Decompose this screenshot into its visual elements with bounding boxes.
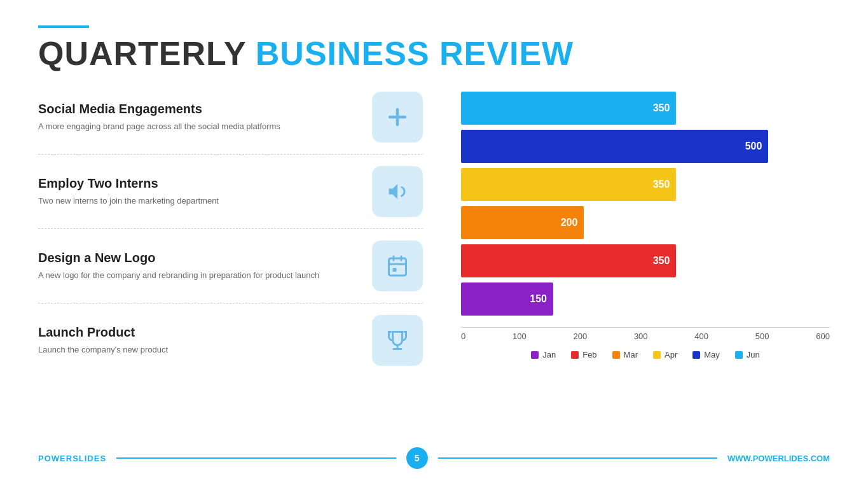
title-business-review: BUSINESS REVIEW: [256, 34, 574, 73]
footer-brand-part2: SLIDES: [72, 454, 106, 463]
svg-rect-1: [393, 268, 397, 272]
bar-row: 350: [461, 92, 830, 125]
item-desc: A more engaging brand page across all th…: [38, 120, 359, 133]
item-text: Employ Two Interns Two new interns to jo…: [38, 176, 359, 207]
bar-row: 500: [461, 130, 830, 163]
bar: 350: [461, 244, 676, 277]
legend-item: Jun: [735, 350, 760, 359]
footer-line-right: [438, 457, 717, 459]
legend-month-label: Feb: [582, 350, 596, 359]
item-text: Design a New Logo A new logo for the com…: [38, 251, 359, 282]
legend-color-dot: [692, 351, 700, 359]
bar-row: 200: [461, 206, 830, 239]
footer-line-left: [116, 457, 396, 459]
left-panel: Social Media Engagements A more engaging…: [38, 92, 423, 432]
item-desc: A new logo for the company and rebrandin…: [38, 269, 359, 282]
bar-value-label: 200: [561, 217, 578, 228]
x-tick: 200: [573, 331, 587, 341]
legend-item: Mar: [612, 350, 638, 359]
legend-color-dot: [612, 351, 620, 359]
footer-brand: POWERSLIDES: [38, 454, 106, 463]
footer-page-number: 5: [406, 447, 428, 469]
legend-month-label: May: [704, 350, 720, 359]
plus-icon: [386, 106, 409, 129]
chart-area: 350500350200350150 0100200300400500600 J…: [461, 92, 830, 359]
item-desc: Launch the company's new product: [38, 344, 359, 356]
main-content: Social Media Engagements A more engaging…: [38, 92, 830, 432]
legend-item: Feb: [571, 350, 596, 359]
svg-rect-0: [389, 258, 406, 275]
legend-color-dot: [653, 351, 661, 359]
bar-value-label: 500: [745, 141, 762, 152]
bar: 350: [461, 168, 676, 201]
bar: 200: [461, 206, 584, 239]
bar-value-label: 150: [530, 293, 547, 305]
list-item: Social Media Engagements A more engaging…: [38, 92, 423, 155]
item-title: Employ Two Interns: [38, 176, 359, 191]
x-tick: 600: [816, 331, 830, 341]
megaphone-icon-box: [372, 166, 423, 217]
slide-container: QUARTERLY BUSINESS REVIEW Social Media E…: [0, 0, 868, 488]
legend-color-dot: [735, 351, 743, 359]
legend-color-dot: [571, 351, 579, 359]
item-desc: Two new interns to join the marketing de…: [38, 195, 359, 207]
x-tick: 500: [755, 331, 769, 341]
plus-icon-box: [372, 92, 423, 143]
chart-legend: JanFebMarAprMayJun: [461, 350, 830, 359]
calendar-icon-box: [372, 241, 423, 291]
list-item: Design a New Logo A new logo for the com…: [38, 229, 423, 303]
trophy-icon: [386, 329, 409, 352]
item-title: Launch Product: [38, 325, 359, 340]
x-tick: 0: [461, 331, 465, 341]
legend-item: Jan: [531, 350, 556, 359]
item-text: Launch Product Launch the company's new …: [38, 325, 359, 356]
legend-item: May: [692, 350, 720, 359]
title-quarterly: QUARTERLY: [38, 34, 247, 73]
bar-row: 350: [461, 244, 830, 277]
x-axis: 0100200300400500600: [461, 327, 830, 341]
item-title: Social Media Engagements: [38, 102, 359, 116]
bar-value-label: 350: [653, 102, 670, 114]
item-text: Social Media Engagements A more engaging…: [38, 102, 359, 133]
bar-value-label: 350: [653, 255, 670, 267]
footer-website: WWW.POWERLIDES.COM: [727, 454, 830, 463]
calendar-icon: [386, 254, 409, 277]
trophy-icon-box: [372, 315, 423, 366]
legend-month-label: Apr: [665, 350, 677, 359]
megaphone-icon: [386, 180, 409, 203]
bar: 350: [461, 92, 676, 125]
bar-value-label: 350: [653, 179, 670, 190]
legend-month-label: Mar: [624, 350, 638, 359]
bars-container: 350500350200350150: [461, 92, 830, 321]
x-tick: 300: [634, 331, 648, 341]
bar: 150: [461, 282, 553, 316]
x-tick: 400: [694, 331, 708, 341]
footer-brand-part1: POWER: [38, 454, 72, 463]
legend-month-label: Jun: [747, 350, 760, 359]
item-title: Design a New Logo: [38, 251, 359, 265]
bar-row: 150: [461, 282, 830, 316]
right-panel: 350500350200350150 0100200300400500600 J…: [423, 92, 830, 432]
footer: POWERSLIDES 5 WWW.POWERLIDES.COM: [38, 442, 830, 469]
bar-row: 350: [461, 168, 830, 201]
x-tick: 100: [513, 331, 527, 341]
bar: 500: [461, 130, 768, 163]
list-item: Launch Product Launch the company's new …: [38, 303, 423, 377]
legend-month-label: Jan: [542, 350, 556, 359]
title-row: QUARTERLY BUSINESS REVIEW: [38, 34, 830, 73]
list-item: Employ Two Interns Two new interns to jo…: [38, 155, 423, 229]
legend-item: Apr: [653, 350, 677, 359]
header-accent: [38, 25, 89, 28]
legend-color-dot: [531, 351, 539, 359]
